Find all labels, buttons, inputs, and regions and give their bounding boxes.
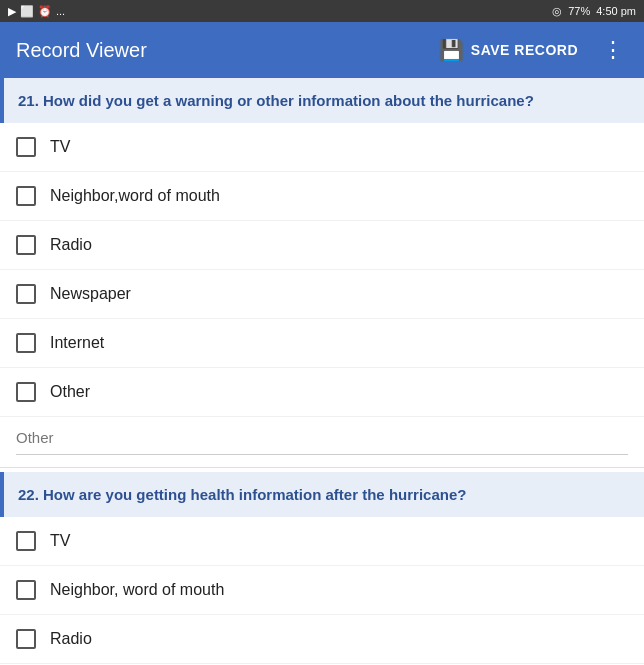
other-input-container-q21 — [0, 417, 644, 463]
label-q21-internet: Internet — [50, 334, 104, 352]
status-dots: ... — [56, 5, 65, 17]
checkbox-q22-radio[interactable] — [16, 629, 36, 649]
option-q21-neighbor[interactable]: Neighbor,word of mouth — [0, 172, 644, 221]
save-disk-icon: 💾 — [439, 38, 465, 62]
signal-icon: ▶ — [8, 5, 16, 18]
label-q21-neighbor: Neighbor,word of mouth — [50, 187, 220, 205]
label-q22-tv: TV — [50, 532, 70, 550]
checkbox-q21-tv[interactable] — [16, 137, 36, 157]
checkbox-q21-newspaper[interactable] — [16, 284, 36, 304]
clock-time: 4:50 pm — [596, 5, 636, 17]
app-bar-actions: 💾 SAVE RECORD ⋮ — [431, 33, 628, 67]
checkbox-q21-other[interactable] — [16, 382, 36, 402]
question-21: 21. How did you get a warning or other i… — [0, 78, 644, 468]
label-q21-newspaper: Newspaper — [50, 285, 131, 303]
checkbox-q21-internet[interactable] — [16, 333, 36, 353]
cast-icon: ⬜ — [20, 5, 34, 18]
content-scroll[interactable]: 21. How did you get a warning or other i… — [0, 78, 644, 665]
label-q21-radio: Radio — [50, 236, 92, 254]
app-bar: Record Viewer 💾 SAVE RECORD ⋮ — [0, 22, 644, 78]
label-q21-other: Other — [50, 383, 90, 401]
label-q22-radio: Radio — [50, 630, 92, 648]
option-q22-tv[interactable]: TV — [0, 517, 644, 566]
option-q21-internet[interactable]: Internet — [0, 319, 644, 368]
checkbox-q21-radio[interactable] — [16, 235, 36, 255]
option-q21-newspaper[interactable]: Newspaper — [0, 270, 644, 319]
app-title: Record Viewer — [16, 39, 147, 62]
alarm-icon: ⏰ — [38, 5, 52, 18]
option-q22-radio[interactable]: Radio — [0, 615, 644, 664]
option-q22-neighbor[interactable]: Neighbor, word of mouth — [0, 566, 644, 615]
checkbox-q21-neighbor[interactable] — [16, 186, 36, 206]
option-q21-tv[interactable]: TV — [0, 123, 644, 172]
label-q21-tv: TV — [50, 138, 70, 156]
save-record-button[interactable]: 💾 SAVE RECORD — [431, 34, 586, 66]
divider-q21 — [0, 467, 644, 468]
location-icon: ◎ — [552, 5, 562, 18]
option-q21-radio[interactable]: Radio — [0, 221, 644, 270]
battery-level: 77% — [568, 5, 590, 17]
option-q21-other[interactable]: Other — [0, 368, 644, 417]
checkbox-q22-tv[interactable] — [16, 531, 36, 551]
question-21-header: 21. How did you get a warning or other i… — [0, 78, 644, 123]
question-22-header: 22. How are you getting health informati… — [0, 472, 644, 517]
more-options-button[interactable]: ⋮ — [598, 33, 628, 67]
other-text-input-q21[interactable] — [16, 421, 628, 455]
label-q22-neighbor: Neighbor, word of mouth — [50, 581, 224, 599]
save-record-label: SAVE RECORD — [471, 42, 578, 58]
status-right-info: ◎ 77% 4:50 pm — [552, 5, 636, 18]
checkbox-q22-neighbor[interactable] — [16, 580, 36, 600]
question-22: 22. How are you getting health informati… — [0, 472, 644, 665]
status-left-icons: ▶ ⬜ ⏰ ... — [8, 5, 65, 18]
status-bar: ▶ ⬜ ⏰ ... ◎ 77% 4:50 pm — [0, 0, 644, 22]
